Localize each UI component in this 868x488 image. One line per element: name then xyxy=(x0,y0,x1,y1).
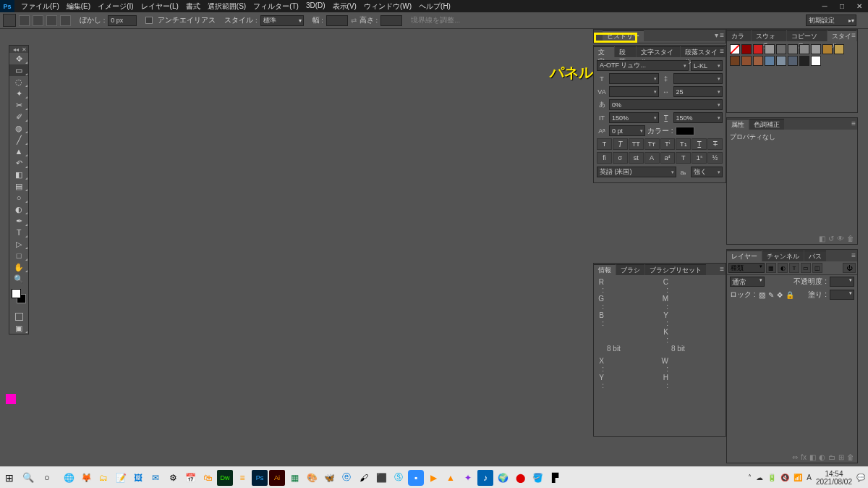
layer-filter-toggle[interactable]: ⏻ xyxy=(843,263,856,273)
tab-swatches[interactable]: スウォッチ xyxy=(752,30,786,41)
menu-type[interactable]: 書式 xyxy=(182,0,204,13)
style-swatch[interactable] xyxy=(753,56,763,66)
allcaps-button[interactable]: TT xyxy=(629,138,644,150)
edge-icon[interactable]: ⓔ xyxy=(339,470,354,486)
menu-window[interactable]: ウィンドウ(W) xyxy=(360,0,415,13)
vlc-icon[interactable]: ▲ xyxy=(443,470,459,486)
search-button[interactable]: 🔍 xyxy=(19,468,38,487)
smallcaps-button[interactable]: Tᴛ xyxy=(644,138,660,150)
antialias-select[interactable]: 強く xyxy=(691,167,723,177)
menu-help[interactable]: ヘルプ(H) xyxy=(415,0,454,13)
feather-field[interactable]: 0 px xyxy=(108,15,137,26)
style-swatch[interactable] xyxy=(765,56,775,66)
tray-chevron-icon[interactable]: ˄ xyxy=(748,474,752,481)
style-swatch[interactable] xyxy=(753,44,763,54)
tab-brush[interactable]: ブラシ xyxy=(616,264,644,275)
panel-menu-icon[interactable]: ≡ xyxy=(851,119,856,127)
text-color-swatch[interactable] xyxy=(676,127,694,135)
menu-edit[interactable]: 編集(E) xyxy=(63,0,94,13)
opentype-A-button[interactable]: A xyxy=(644,152,660,164)
obs-icon[interactable]: ⬛ xyxy=(373,470,389,486)
style-swatch[interactable] xyxy=(811,56,821,66)
adjustment-clip-icon[interactable]: ◧ xyxy=(819,235,825,243)
style-swatch[interactable] xyxy=(741,56,752,66)
kerning-field[interactable] xyxy=(609,86,659,97)
link-layers-icon[interactable]: ⇔ xyxy=(792,453,798,461)
layer-filter-type-icon[interactable]: T xyxy=(789,263,799,273)
skype-icon[interactable]: Ⓢ xyxy=(391,470,407,486)
music-icon[interactable]: ♪ xyxy=(477,470,493,486)
style-swatch[interactable] xyxy=(730,56,740,66)
type-tool[interactable]: T xyxy=(9,227,28,238)
magic-wand-tool[interactable]: ✦ xyxy=(9,88,28,99)
dreamweaver-icon[interactable]: Dw xyxy=(217,470,233,486)
start-button[interactable]: ⊞ xyxy=(0,468,19,487)
style-swatch[interactable] xyxy=(788,44,798,54)
paint-icon[interactable]: 🎨 xyxy=(304,470,320,486)
tab-parastyle[interactable]: 段落スタイル xyxy=(681,46,725,57)
foreground-color-swatch[interactable] xyxy=(12,289,21,298)
adjustment-visibility-icon[interactable]: 👁 xyxy=(837,235,844,243)
style-swatch[interactable] xyxy=(741,44,752,54)
menu-filter[interactable]: フィルター(T) xyxy=(250,0,302,13)
tab-paragraph[interactable]: 段落 xyxy=(615,46,635,57)
lasso-tool[interactable]: ◌ xyxy=(9,76,28,88)
selection-mode-subtract-icon[interactable] xyxy=(46,15,57,26)
opentype-fi-button[interactable]: fi xyxy=(597,152,612,164)
firefox-icon[interactable]: 🦊 xyxy=(78,470,94,486)
layer-mask-icon[interactable]: ◧ xyxy=(809,453,816,461)
tab-adjustments[interactable]: 色調補正 xyxy=(749,119,784,130)
marquee-tool[interactable]: ▭ xyxy=(9,64,28,76)
sublime-icon[interactable]: ≡ xyxy=(234,470,250,486)
layer-filter-pixel-icon[interactable]: ▦ xyxy=(766,263,776,273)
brush-icon[interactable]: 🖌 xyxy=(356,470,372,486)
active-tool-icon[interactable] xyxy=(3,14,16,27)
style-swatch[interactable] xyxy=(788,56,798,66)
opacity-field[interactable] xyxy=(830,277,854,287)
zoom-icon[interactable]: ▪ xyxy=(408,470,424,486)
excel-icon[interactable]: ▦ xyxy=(286,470,302,486)
lock-transparency-icon[interactable]: ▨ xyxy=(759,291,765,299)
tab-properties[interactable]: 属性 xyxy=(727,119,749,130)
subscript-button[interactable]: T₁ xyxy=(676,138,691,150)
settings-icon[interactable]: ⚙ xyxy=(165,470,181,486)
baseline-field[interactable]: 0 pt xyxy=(609,125,645,136)
pen-tool[interactable]: ✒ xyxy=(9,215,28,227)
history-brush-tool[interactable]: ↶ xyxy=(9,157,28,169)
style-swatch[interactable] xyxy=(730,44,740,54)
style-select[interactable]: 標準 xyxy=(260,15,304,26)
media-icon[interactable]: ▶ xyxy=(425,470,441,486)
language-select[interactable]: 英語 (米国) xyxy=(597,167,676,177)
max-button[interactable]: □ xyxy=(833,0,851,12)
height-field[interactable] xyxy=(380,15,402,26)
superscript-button[interactable]: Tⁱ xyxy=(660,138,676,150)
screenmode-toggle[interactable]: ▣ xyxy=(9,322,28,334)
panel-menu-icon[interactable]: ≡ xyxy=(720,265,724,273)
panel-menu-icon[interactable]: ≡ xyxy=(851,31,856,39)
style-swatch[interactable] xyxy=(776,56,786,66)
italic-button[interactable]: T xyxy=(613,138,628,150)
selection-mode-new-icon[interactable] xyxy=(19,15,30,26)
explorer-icon[interactable]: 🗂 xyxy=(95,470,111,486)
opentype-1st-button[interactable]: 1ˢ xyxy=(692,152,707,164)
tray-ime-icon[interactable]: A xyxy=(807,474,812,481)
layer-filter-smart-icon[interactable]: ◫ xyxy=(812,263,822,273)
tab-color[interactable]: カラー xyxy=(727,30,751,41)
new-layer-icon[interactable]: ⊞ xyxy=(838,453,844,461)
photos-icon[interactable]: 🖼 xyxy=(130,470,146,486)
blur-tool[interactable]: ○ xyxy=(9,192,28,203)
layer-filter-kind-select[interactable]: 種類 xyxy=(728,263,765,273)
width-field[interactable] xyxy=(326,15,348,26)
underline-button[interactable]: T̲ xyxy=(692,138,707,150)
selection-mode-intersect-icon[interactable] xyxy=(60,15,71,26)
photoshop-icon[interactable]: Ps xyxy=(252,470,268,486)
layers-list[interactable] xyxy=(727,301,857,453)
shape-tool[interactable]: □ xyxy=(9,250,28,261)
gradient-tool[interactable]: ▤ xyxy=(9,180,28,192)
tab-history[interactable]: ヒストリー xyxy=(603,30,644,41)
globe-icon[interactable]: 🌍 xyxy=(495,470,511,486)
tray-battery-icon[interactable]: 🔋 xyxy=(767,474,776,481)
panel-collapse-icon[interactable]: ▾ xyxy=(715,31,718,39)
adjustment-reset-icon[interactable]: ↺ xyxy=(828,235,834,243)
close-button[interactable]: ✕ xyxy=(851,0,868,12)
